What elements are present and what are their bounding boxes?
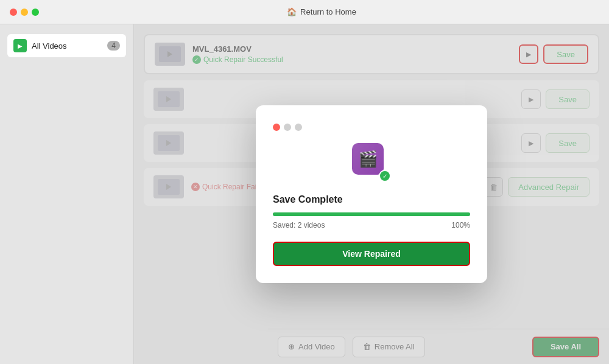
maximize-button[interactable] xyxy=(32,9,39,16)
sidebar-item-left: All Videos xyxy=(13,39,67,52)
app-body: All Videos 4 MVL_4361.MOV ✓ Quick Repair… xyxy=(0,24,609,364)
title-text: Return to Home xyxy=(300,7,356,16)
progress-info: Saved: 2 videos 100% xyxy=(273,221,470,229)
modal-icon: ✓ xyxy=(352,143,391,182)
progress-bar-background xyxy=(273,212,470,216)
overlay: ✓ Save Complete Saved: 2 videos 100% Vie… xyxy=(134,24,609,364)
modal-check-badge: ✓ xyxy=(379,170,391,182)
minimize-button[interactable] xyxy=(21,9,28,16)
content-area: MVL_4361.MOV ✓ Quick Repair Successful ▶… xyxy=(134,24,609,364)
modal-maximize-button[interactable] xyxy=(295,124,302,131)
progress-percent: 100% xyxy=(451,221,470,229)
modal-icon-box xyxy=(352,143,384,175)
home-icon: 🏠 xyxy=(287,7,297,16)
sidebar: All Videos 4 xyxy=(0,24,134,364)
modal-close-button[interactable] xyxy=(273,124,280,131)
modal-icon-area: ✓ xyxy=(273,143,470,182)
traffic-lights xyxy=(10,9,39,16)
sidebar-label: All Videos xyxy=(32,41,67,51)
modal-dialog: ✓ Save Complete Saved: 2 videos 100% Vie… xyxy=(256,105,487,283)
close-button[interactable] xyxy=(10,9,17,16)
modal-minimize-button[interactable] xyxy=(284,124,291,131)
progress-bar-fill xyxy=(273,212,470,216)
saved-label: Saved: 2 videos xyxy=(273,221,325,229)
sidebar-play-icon xyxy=(13,39,27,52)
modal-traffic-lights xyxy=(273,124,470,131)
modal-title: Save Complete xyxy=(273,194,470,205)
window-title: 🏠 Return to Home xyxy=(44,7,599,16)
sidebar-item-all-videos[interactable]: All Videos 4 xyxy=(7,34,126,57)
title-bar: 🏠 Return to Home xyxy=(0,0,609,24)
sidebar-badge: 4 xyxy=(107,41,120,51)
view-repaired-button[interactable]: View Repaired xyxy=(273,242,470,266)
